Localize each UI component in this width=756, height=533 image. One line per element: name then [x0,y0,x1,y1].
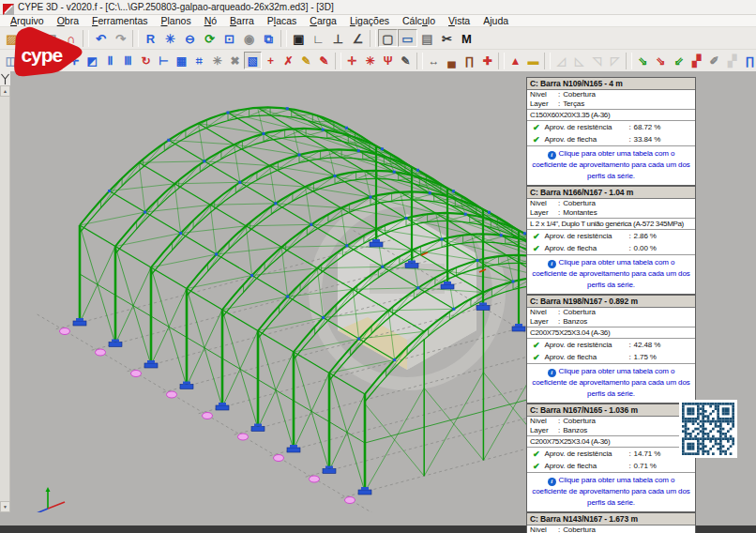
menu-no[interactable]: Nó [198,15,223,26]
profile-table-link[interactable]: iClique para obter uma tabela com o coef… [527,254,695,294]
flecha-value: 33.84 % [634,135,661,144]
layer-value: Banzos [563,317,587,327]
zoom-optimal-icon[interactable]: ✳ [160,29,180,47]
profile-name: C150X60X20X3.35 (A-36) [527,109,695,121]
menu-barra[interactable]: Barra [223,15,261,26]
search-binoculars-icon[interactable]: M [457,29,476,47]
menu-placas[interactable]: Placas [261,15,304,26]
flecha-value: 0.00 % [634,244,657,252]
check-bars-delete-icon[interactable]: ⇘ [652,52,670,69]
toolbar-separator [370,30,376,47]
cut-view-icon[interactable]: ✂ [437,29,457,47]
menu-bar: ArquivoObraFerramentasPlanosNóBarraPlaca… [0,15,756,27]
edit-dimension-icon[interactable]: ✎ [397,52,415,69]
menu-carga[interactable]: Carga [303,15,343,26]
bar-info-header: C: Barra N109/N165 - 4 m [527,78,695,90]
pan-view-icon[interactable]: ◉ [239,29,259,47]
workplane-axes-icon [0,71,10,85]
scroll-down-button[interactable]: ▼ [0,501,10,512]
heights-tool-icon[interactable]: Ψ [379,52,397,69]
toolbar-separator [132,30,139,47]
portal-frame-icon[interactable]: ∏ [741,52,756,69]
profile-table-link[interactable]: iClique para obter uma tabela com o coef… [527,363,695,403]
previous-view-icon[interactable]: ⧉ [259,29,279,47]
stretch-bar-icon[interactable]: ↔ [425,52,443,69]
check-deflection-icon[interactable]: ⇙ [670,52,688,69]
menu-planos[interactable]: Planos [155,15,198,26]
bar-info-panel: C: Barra N167/N165 - 1.036 m Nível:Cober… [526,404,696,512]
bar-series-icon[interactable]: Ⅲ [119,52,137,69]
check-icon: ✔ [533,244,539,253]
eraser-tool-icon[interactable]: ✐ [705,52,723,69]
nivel-label: Nível [530,90,558,99]
vertical-scrollbar[interactable]: ▲ ▼ [0,71,10,512]
app-window: CYPE 3D - v2020.f - [C:\...\GP.250803-ga… [0,0,756,533]
describe-material-icon[interactable]: ✎ [297,52,315,69]
nivel-value: Cobertura [563,308,596,317]
bar-info-header: C: Barra N167/N165 - 1.036 m [527,404,695,417]
cype-logo: cype [12,24,89,83]
menu-vista[interactable]: Vista [442,15,476,26]
layer-label: Layer [530,317,558,327]
bar-info-panel: C: Barra N109/N165 - 4 m Nível:Cobertura… [526,77,696,186]
delete-bar-icon[interactable]: ✗ [280,52,297,69]
describe-bar-icon[interactable]: ▧ [244,52,262,69]
report-templates-icon[interactable]: ▤ [417,29,437,47]
nivel-label: Nível [530,199,558,208]
generate-mesh-icon[interactable]: ✳ [208,52,226,69]
full-screen-icon[interactable]: ▭ [398,29,417,47]
angle-tracking-icon[interactable]: ∠ [348,29,368,47]
layer-value: Montantes [563,208,597,218]
profile-name: C200X75X25X3.04 (A-36) [527,435,695,448]
truss-generator-icon[interactable]: ▲ [507,52,524,69]
bar-section-icon[interactable]: Ⅱ [101,52,119,69]
describe-profile-icon[interactable]: ✎ [315,52,333,69]
zoom-dynamic-icon[interactable]: R [141,29,160,47]
menu-ajuda[interactable]: Ajuda [476,15,515,26]
edit-grid-icon[interactable]: ⌗ [190,52,208,69]
snap-node-icon[interactable]: ∟ [309,29,328,47]
toolbar-separator [335,53,341,69]
dimension-group-icon[interactable]: ✳ [361,52,379,69]
move-origin-icon[interactable]: ✚ [478,52,496,69]
undo-icon[interactable]: ↶ [91,29,111,47]
toolbar-separator [280,30,287,47]
scroll-up-button[interactable]: ▲ [0,85,10,97]
profile-table-link[interactable]: iClique para obter uma tabela com o coef… [527,472,695,511]
layer-value: Terças [563,99,584,109]
dimension-node-icon[interactable]: ✛ [343,52,361,69]
delete-mesh-icon[interactable]: ✖ [226,52,244,69]
menu-ferramentas[interactable]: Ferramentas [85,15,155,26]
rotate-bars-icon[interactable]: ↻ [137,52,155,69]
new-grid-icon[interactable]: ▦ [173,52,190,69]
qr-code [679,400,737,458]
nivel-value: Cobertura [563,90,596,99]
svg-text:cype: cype [21,44,62,66]
check-bars-icon[interactable]: ⇘ [634,52,652,69]
redo-icon[interactable]: ↷ [111,29,130,47]
render-textures-icon[interactable]: ▣ [289,29,309,47]
layer-value: Banzos [563,426,587,435]
menu-ligacoes[interactable]: Ligações [343,15,396,26]
toolbar-structure: ◫◧⇥✛◩ⅡⅢ↻⊢▦⌗✳✖▧+✗✎✎✛✳Ψ✎↔▄∏✚▲▬◿◺◹◸⇘⇘⇙▞✐▞∏▲… [0,50,756,72]
check-icon: ✔ [533,341,539,350]
toolbar-separator [626,53,632,69]
ortho-mode-icon[interactable]: ⊥ [328,29,348,47]
blocks-tool-icon[interactable]: ▞ [688,52,705,69]
toolbar-separator [416,53,423,69]
edit-panel-icon[interactable]: ▄ [443,52,461,69]
zoom-window-icon[interactable]: ⊡ [219,29,239,47]
profile-table-link[interactable]: iClique para obter uma tabela com o coef… [527,145,695,185]
edit-wall-icon[interactable]: ∏ [461,52,478,69]
roller-support-icon[interactable]: ▬ [524,52,542,69]
menu-calculo[interactable]: Cálculo [396,15,442,26]
redraw-icon[interactable]: ⟳ [200,29,219,47]
select-window-icon[interactable]: ▢ [378,29,398,47]
bar-info-header: C: Barra N166/N167 - 1.04 m [527,187,695,199]
new-bar-icon[interactable]: ⊢ [155,52,173,69]
zoom-out-icon[interactable]: ⊖ [180,29,200,47]
check-icon: ✔ [533,462,539,471]
work-area: ▲ ▼ C: Barra N109/N165 - 4 m Nível:Cober… [0,71,756,512]
new-node-icon[interactable]: + [262,52,280,69]
resistencia-value: 14.71 % [634,449,661,458]
